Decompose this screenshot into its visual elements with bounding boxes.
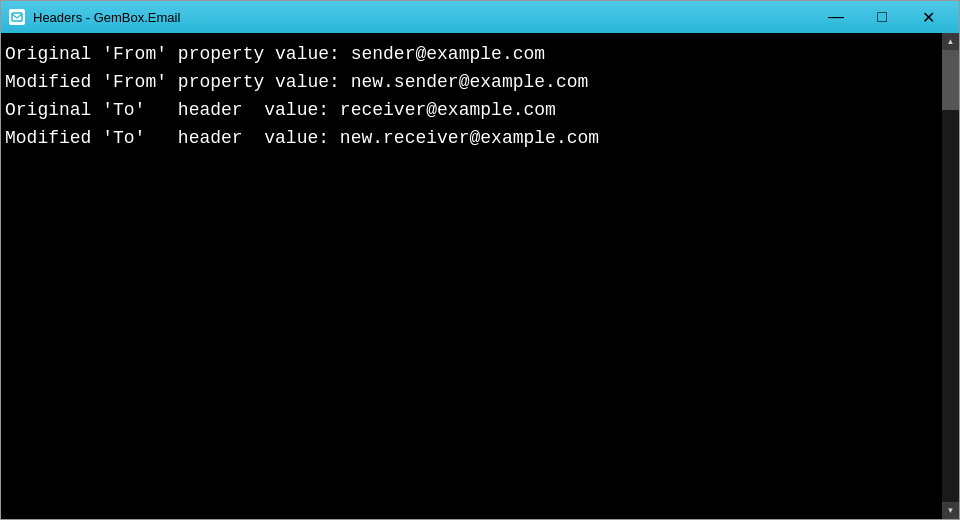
scrollbar-thumb[interactable] [942,50,959,110]
close-button[interactable]: ✕ [905,1,951,33]
maximize-button[interactable]: □ [859,1,905,33]
terminal-output: Original 'From' property value: sender@e… [1,33,942,519]
app-icon [9,9,25,25]
window-controls: — □ ✕ [813,1,951,33]
scroll-down-button[interactable]: ▼ [942,502,959,519]
minimize-button[interactable]: — [813,1,859,33]
scrollbar[interactable]: ▲ ▼ [942,33,959,519]
app-window: Headers - GemBox.Email — □ ✕ Original 'F… [0,0,960,520]
scrollbar-track[interactable] [942,50,959,502]
output-text: Original 'From' property value: sender@e… [5,41,938,153]
content-area: Original 'From' property value: sender@e… [1,33,959,519]
svg-rect-0 [12,13,22,21]
title-bar: Headers - GemBox.Email — □ ✕ [1,1,959,33]
window-title: Headers - GemBox.Email [33,10,180,25]
title-bar-left: Headers - GemBox.Email [9,9,180,25]
scroll-up-button[interactable]: ▲ [942,33,959,50]
